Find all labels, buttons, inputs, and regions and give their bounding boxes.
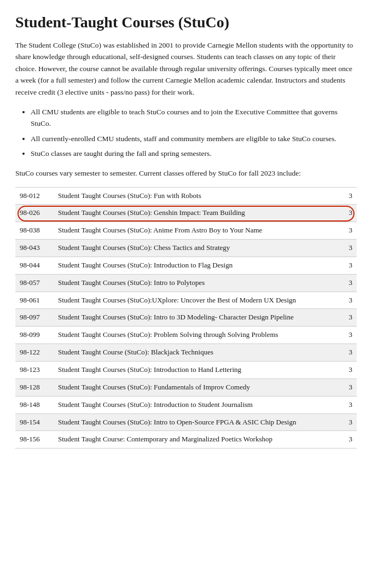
- course-credits: 3: [345, 292, 357, 309]
- course-name: Student Taught Courses (StuCo): Intro to…: [54, 414, 345, 431]
- table-row: 98-123Student Taught Courses (StuCo): In…: [15, 361, 357, 379]
- page-title: Student-Taught Courses (StuCo): [15, 13, 357, 32]
- course-credits: 3: [345, 414, 357, 431]
- table-row: 98-043Student Taught Courses (StuCo): Ch…: [15, 240, 357, 257]
- table-row: 98-148Student Taught Courses (StuCo): In…: [15, 396, 357, 414]
- course-code: 98-043: [15, 240, 54, 257]
- table-row: 98-026Student Taught Courses (StuCo): Ge…: [15, 205, 357, 222]
- table-row: 98-097Student Taught Courses (StuCo): In…: [15, 309, 357, 327]
- course-code: 98-061: [15, 292, 54, 309]
- course-code: 98-122: [15, 344, 54, 362]
- course-code: 98-154: [15, 414, 54, 431]
- course-credits: 3: [345, 257, 357, 274]
- course-code: 98-123: [15, 361, 54, 379]
- course-name: Student Taught Course (StuCo): Blackjack…: [54, 344, 345, 362]
- table-row: 98-057Student Taught Courses (StuCo): In…: [15, 274, 357, 292]
- bullet-item: StuCo classes are taught during the fall…: [31, 148, 357, 160]
- bullet-list: All CMU students are eligible to teach S…: [31, 106, 357, 160]
- course-code: 98-097: [15, 309, 54, 327]
- course-name: Student Taught Courses (StuCo): Chess Ta…: [54, 240, 345, 257]
- course-name: Student Taught Courses (StuCo): Fun with…: [54, 187, 345, 205]
- course-code: 98-099: [15, 327, 54, 344]
- course-credits: 3: [345, 327, 357, 344]
- course-code: 98-012: [15, 187, 54, 205]
- course-name: Student Taught Courses (StuCo): Genshin …: [54, 205, 345, 222]
- table-row: 98-154Student Taught Courses (StuCo): In…: [15, 414, 357, 431]
- table-row: 98-061Student Taught Courses (StuCo):UXp…: [15, 292, 357, 309]
- course-credits: 3: [345, 187, 357, 205]
- course-code: 98-148: [15, 396, 54, 414]
- course-code: 98-044: [15, 257, 54, 274]
- table-row: 98-099Student Taught Courses (StuCo): Pr…: [15, 327, 357, 344]
- table-row: 98-128Student Taught Courses (StuCo): Fu…: [15, 379, 357, 396]
- course-credits: 3: [345, 431, 357, 449]
- course-credits: 3: [345, 205, 357, 222]
- course-credits: 3: [345, 344, 357, 362]
- table-row: 98-044Student Taught Courses (StuCo): In…: [15, 257, 357, 274]
- intro-paragraph: The Student College (StuCo) was establis…: [15, 39, 357, 98]
- course-name: Student Taught Courses (StuCo): Anime Fr…: [54, 222, 345, 240]
- course-name: Student Taught Courses (StuCo): Introduc…: [54, 361, 345, 379]
- course-name: Student Taught Course: Contemporary and …: [54, 431, 345, 449]
- course-name: Student Taught Courses (StuCo): Intro to…: [54, 274, 345, 292]
- course-credits: 3: [345, 379, 357, 396]
- bullet-item: All CMU students are eligible to teach S…: [31, 106, 357, 130]
- course-code: 98-057: [15, 274, 54, 292]
- table-row: 98-156Student Taught Course: Contemporar…: [15, 431, 357, 449]
- course-credits: 3: [345, 222, 357, 240]
- course-code: 98-026: [15, 205, 54, 222]
- course-credits: 3: [345, 274, 357, 292]
- course-code: 98-128: [15, 379, 54, 396]
- course-credits: 3: [345, 309, 357, 327]
- course-credits: 3: [345, 361, 357, 379]
- course-name: Student Taught Courses (StuCo): Introduc…: [54, 396, 345, 414]
- course-name: Student Taught Courses (StuCo): Fundamen…: [54, 379, 345, 396]
- course-name: Student Taught Courses (StuCo):UXplore: …: [54, 292, 345, 309]
- bullet-item: All currently-enrolled CMU students, sta…: [31, 133, 357, 145]
- course-code: 98-038: [15, 222, 54, 240]
- course-code: 98-156: [15, 431, 54, 449]
- table-row: 98-012Student Taught Courses (StuCo): Fu…: [15, 187, 357, 205]
- courses-intro-text: StuCo courses vary semester to semester.…: [15, 167, 357, 179]
- course-name: Student Taught Courses (StuCo): Problem …: [54, 327, 345, 344]
- course-credits: 3: [345, 396, 357, 414]
- table-row: 98-122Student Taught Course (StuCo): Bla…: [15, 344, 357, 362]
- course-credits: 3: [345, 240, 357, 257]
- course-table: 98-012Student Taught Courses (StuCo): Fu…: [15, 187, 357, 449]
- table-row: 98-038Student Taught Courses (StuCo): An…: [15, 222, 357, 240]
- course-name: Student Taught Courses (StuCo): Introduc…: [54, 257, 345, 274]
- course-name: Student Taught Courses (StuCo): Intro to…: [54, 309, 345, 327]
